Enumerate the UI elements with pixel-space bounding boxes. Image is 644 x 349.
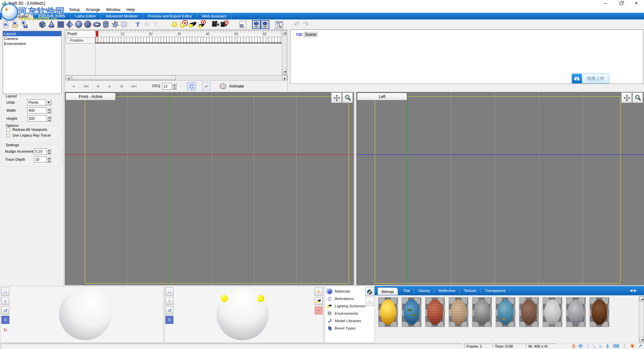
viewport-front-tab[interactable]: Front - Active <box>65 93 116 100</box>
timeline-horizontal-scrollbar[interactable] <box>66 75 287 81</box>
go-to-end-button[interactable]: ▶▶| <box>130 84 138 88</box>
category-bevel-types[interactable]: Bevel Types <box>325 325 374 332</box>
rotate-horizontal-button[interactable]: ↔ <box>165 288 173 296</box>
scene-root-node[interactable]: ┄ T3D Scene <box>293 32 643 37</box>
viewport-left-tab[interactable]: Left <box>357 93 407 100</box>
material-swatch-weathered-blue[interactable] <box>496 297 515 327</box>
animation-graph-button[interactable] <box>202 82 211 90</box>
viewport-pan-button[interactable] <box>331 93 342 103</box>
insert-extrusion-button[interactable] <box>252 20 261 29</box>
scene-node-label[interactable]: Scene <box>304 32 318 37</box>
timeline-ruler[interactable]: 10 20 30 40 50 60 <box>95 30 282 37</box>
ime-voice-icon[interactable] <box>605 344 610 349</box>
ime-punctuation-icon[interactable]: ’, <box>593 343 595 349</box>
units-select[interactable]: Pixels <box>27 99 46 105</box>
fps-input[interactable]: 12 <box>162 83 172 90</box>
save-file-icon[interactable] <box>19 20 29 29</box>
menu-arrange[interactable]: Arrange <box>83 7 103 12</box>
width-input[interactable]: 400 <box>27 107 47 113</box>
menu-edit[interactable]: Edit <box>14 7 28 12</box>
trace-spinner[interactable] <box>47 156 51 162</box>
ime-account-icon[interactable] <box>622 344 627 349</box>
nudge-increment-input[interactable]: 0.10 <box>34 148 47 154</box>
previous-frame-button[interactable]: ◀| <box>94 84 101 88</box>
play-button[interactable]: ▶ <box>106 84 113 88</box>
pyramid-icon[interactable] <box>65 20 74 29</box>
category-environments[interactable]: Environments <box>325 310 374 317</box>
rotate-vertical-button[interactable]: ↕ <box>1 297 9 305</box>
menu-file[interactable]: File <box>2 7 14 12</box>
go-to-start-button[interactable]: |◀◀ <box>82 84 89 88</box>
gallery-tab-bitmap[interactable]: Bitmap <box>377 287 398 295</box>
scroll-down-button[interactable] <box>282 69 286 74</box>
ime-emoji-icon[interactable]: ☺ <box>598 343 602 349</box>
scroll-left-button[interactable] <box>66 76 71 80</box>
next-frame-button[interactable]: |▶ <box>118 84 125 88</box>
gallery-scroll-up[interactable] <box>639 297 644 301</box>
viewport-zoom-button[interactable] <box>633 93 643 103</box>
width-spinner[interactable] <box>47 107 51 113</box>
cone-icon[interactable] <box>47 20 56 29</box>
fps-spinner[interactable] <box>172 83 176 90</box>
material-swatch-concrete[interactable] <box>543 297 562 327</box>
animate-mode-icon[interactable] <box>219 83 227 90</box>
render-window-icon[interactable] <box>238 20 247 29</box>
geosphere-icon[interactable] <box>83 20 92 29</box>
material-preview-mode-button[interactable] <box>365 288 374 296</box>
list-item-environment[interactable]: Environment <box>3 41 61 46</box>
target-camera-icon[interactable] <box>220 20 229 29</box>
tab-web-assistant[interactable]: Web Assistant <box>197 13 231 19</box>
tab-lathe-editor[interactable]: Lathe Editor <box>70 13 101 19</box>
gallery-tab-glossy[interactable]: Glossy <box>414 288 434 294</box>
gallery-tab-texture[interactable]: Texture <box>460 288 481 294</box>
timeline-vertical-scrollbar[interactable] <box>282 30 287 75</box>
add-point-light-button[interactable]: ☀ <box>315 288 323 296</box>
scroll-up-button[interactable] <box>282 31 286 35</box>
stop-button[interactable]: ■ <box>70 84 77 88</box>
spin-button[interactable]: ↺ <box>1 306 9 314</box>
torus-icon[interactable] <box>92 20 101 29</box>
timeline-property-row[interactable]: Position <box>66 38 95 43</box>
open-file-icon[interactable] <box>10 20 19 29</box>
tab-scene-editor[interactable]: Scene Editor <box>1 13 34 19</box>
scrollbar-thumb[interactable] <box>72 76 176 80</box>
height-input[interactable]: 300 <box>27 115 47 121</box>
star-icon[interactable] <box>110 20 119 29</box>
trace-depth-input[interactable]: 10 <box>34 156 47 162</box>
close-button[interactable]: × <box>629 0 644 7</box>
gallery-tab-flat[interactable]: Flat <box>399 288 414 294</box>
units-dropdown-arrow[interactable] <box>46 99 51 105</box>
rotation-trackball[interactable] <box>59 288 111 340</box>
cube-icon[interactable] <box>38 20 47 29</box>
preview-window-icon[interactable] <box>274 20 283 29</box>
scene-light-2[interactable] <box>257 295 264 302</box>
ime-toolbox-icon[interactable] <box>638 344 643 349</box>
material-swatch-red-brick[interactable] <box>425 297 445 327</box>
list-item-layout[interactable]: Layout <box>3 31 61 36</box>
material-swatch-earth[interactable] <box>402 297 421 327</box>
rounded-cube-icon[interactable] <box>119 20 128 29</box>
gallery-tab-reflective[interactable]: Reflective <box>434 288 460 294</box>
ime-language-icon[interactable]: 中 <box>578 343 583 349</box>
drag-upload-button[interactable]: 拖拽上传 <box>572 73 609 84</box>
add-spot-light-button[interactable] <box>315 297 323 305</box>
menu-setup[interactable]: Setup <box>66 7 83 12</box>
insert-lathe-button[interactable] <box>261 20 269 29</box>
gallery-scroll-arrows[interactable]: ◀▶ <box>630 288 638 293</box>
viewport-left[interactable]: Left <box>356 92 644 285</box>
scroll-right-button[interactable] <box>282 76 287 80</box>
lighting-increment-value[interactable]: 0 <box>165 316 173 324</box>
viewport-front[interactable]: Front - Active <box>65 92 355 285</box>
material-swatch-wicker[interactable] <box>519 297 539 327</box>
material-swatch-sun-gold[interactable] <box>378 297 398 327</box>
scene-light-1[interactable] <box>221 295 228 302</box>
nudge-spinner[interactable] <box>47 148 51 154</box>
gallery-tab-transparent[interactable]: Transparent <box>481 288 510 294</box>
plane-icon[interactable] <box>56 20 65 29</box>
height-spinner[interactable] <box>47 115 51 121</box>
target-point-light-icon[interactable] <box>179 20 188 29</box>
spin-button[interactable]: ↺ <box>165 306 173 314</box>
rotate-horizontal-button[interactable]: ↔ <box>1 288 9 296</box>
list-item-camera[interactable]: Camera <box>3 36 61 41</box>
tab-extrusion-editor[interactable]: Extrusion Editor <box>34 13 70 19</box>
